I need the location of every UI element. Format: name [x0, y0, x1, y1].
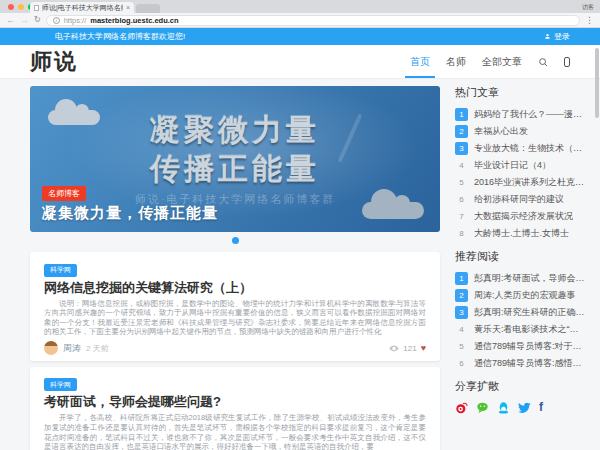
forward-icon[interactable]: → [20, 16, 29, 25]
rank-badge: 2 [455, 289, 468, 302]
hot-article-link: 大龄博士.土博士.女博士 [474, 227, 569, 240]
rank-number: 4 [455, 159, 468, 172]
rank-number: 7 [455, 210, 468, 223]
address-bar[interactable]: i https:// masterblog.uestc.edu.cn [46, 15, 580, 26]
author-avatar[interactable] [44, 341, 58, 355]
back-icon[interactable]: ← [6, 16, 15, 25]
carousel-dots [30, 237, 440, 244]
recommended-item[interactable]: 6通信789辅导员博客:感悟十九大，展望... [455, 355, 587, 372]
share-section: 分享扩散 f [455, 379, 587, 414]
recommended-link: 通信789辅导员博客:对于未来，我充满... [474, 340, 587, 353]
rank-number: 5 [455, 176, 468, 189]
rank-number: 6 [455, 357, 468, 370]
nav-masters[interactable]: 名师 [446, 45, 466, 78]
recommended-item[interactable]: 4黄乐天:看电影谈技术之“气态电路”简史... [455, 321, 587, 338]
banner-headline-line2: 传播正能量 [30, 149, 440, 188]
url-scheme: https:// [64, 16, 87, 25]
article-card: 科学网 网络信息挖掘的关键算法研究（上） 说明：网络信息挖掘，或称图挖掘，是数学… [30, 252, 440, 361]
article-meta: 周涛 2 天前 121 ♥ [44, 341, 426, 356]
hot-article-item[interactable]: 1妈妈给了我什么？——漫谈儿童教育 [455, 106, 587, 123]
page-scrollbar[interactable] [595, 48, 599, 118]
hot-article-item[interactable]: 4毕业设计日记（4） [455, 157, 587, 174]
browser-tab[interactable]: 师说|电子科技大学网络名师… × [30, 2, 134, 13]
rank-number: 6 [455, 193, 468, 206]
recommended-item[interactable]: 2周涛:人类历史的宏观趣事 [455, 287, 587, 304]
page-content: 凝聚微力量 传播正能量 师说·电子科技大学网络名师博客群 名师博客 凝集微力量，… [0, 79, 600, 450]
views-icon [389, 345, 399, 352]
hot-article-link: 大数据揭示经济发展状况 [474, 210, 573, 223]
like-icon[interactable]: ♥ [421, 344, 426, 353]
mobile-version-icon[interactable] [564, 45, 570, 78]
refresh-icon[interactable]: ↻ [34, 16, 41, 24]
wechat-icon[interactable] [476, 401, 489, 414]
hot-article-link: 2016毕业演讲系列之杜克大学 [474, 176, 587, 189]
hot-article-item[interactable]: 7大数据揭示经济发展状况 [455, 208, 587, 225]
nav-home[interactable]: 首页 [410, 45, 430, 78]
recommended-link: 通信789辅导员博客:感悟十九大，展望... [474, 357, 587, 370]
recommended-link: 彭真明:研究生科研的正确打开方式 [474, 306, 587, 319]
article-card: 科学网 考研面试，导师会提哪些问题? 开学了，各高校、科研院所将正式启动2018… [30, 367, 440, 450]
site-logo[interactable]: 师说 [30, 47, 78, 77]
hot-article-link: 给初涉科研同学的建议 [474, 193, 564, 206]
hero-carousel[interactable]: 凝聚微力量 传播正能量 师说·电子科技大学网络名师博客群 名师博客 凝集微力量，… [30, 86, 440, 232]
site-header: 师说 首页 名师 全部文章 [0, 45, 600, 79]
url-host: masterblog.uestc.edu.cn [90, 16, 178, 25]
weibo-icon[interactable] [455, 401, 468, 414]
page-favicon-icon [34, 5, 39, 11]
banner-category-badge: 名师博客 [42, 186, 86, 201]
recommended-section: 推荐阅读 1彭真明:考研面试，导师会提哪些问题? 2周涛:人类历史的宏观趣事 3… [455, 249, 587, 372]
browser-menu-icon[interactable]: ⋮ [585, 16, 594, 25]
close-window-button[interactable] [8, 4, 14, 10]
banner-headline: 凝聚微力量 传播正能量 [30, 110, 440, 188]
rank-badge: 3 [455, 142, 468, 155]
welcome-bar: 电子科技大学网络名师博客群欢迎您! 登录 [0, 28, 600, 45]
browser-profile-label[interactable]: 访客 [582, 3, 594, 12]
rank-number: 5 [455, 340, 468, 353]
views-count: 121 [403, 344, 416, 353]
hot-articles-section: 热门文章 1妈妈给了我什么？——漫谈儿童教育 2幸福从心出发 3专业放大镜：生物… [455, 85, 587, 242]
hot-article-item[interactable]: 8大龄博士.土博士.女博士 [455, 225, 587, 242]
hot-article-link: 毕业设计日记（4） [474, 159, 551, 172]
rank-number: 8 [455, 227, 468, 240]
twitter-icon[interactable] [518, 401, 531, 414]
rank-badge: 1 [455, 272, 468, 285]
new-tab-stub[interactable] [136, 4, 160, 13]
hot-article-item[interactable]: 3专业放大镜：生物技术（生物-信息复... [455, 140, 587, 157]
hot-article-item[interactable]: 52016毕业演讲系列之杜克大学 [455, 174, 587, 191]
search-icon[interactable] [538, 45, 548, 78]
qq-icon[interactable] [497, 401, 510, 414]
recommended-list: 1彭真明:考研面试，导师会提哪些问题? 2周涛:人类历史的宏观趣事 3彭真明:研… [455, 270, 587, 372]
browser-window: 师说|电子科技大学网络名师… × 访客 ← → ↻ i https:// mas… [0, 0, 600, 450]
article-source-badge[interactable]: 科学网 [44, 378, 77, 391]
banner-caption: 凝集微力量，传播正能量 [42, 204, 218, 223]
tab-close-icon[interactable]: × [126, 4, 130, 11]
site-info-icon[interactable]: i [53, 17, 60, 24]
rank-badge: 1 [455, 108, 468, 121]
login-label: 登录 [554, 31, 570, 42]
browser-tabbar: 师说|电子科技大学网络名师… × 访客 [0, 0, 600, 13]
nav-all-articles[interactable]: 全部文章 [482, 45, 522, 78]
recommended-item[interactable]: 1彭真明:考研面试，导师会提哪些问题? [455, 270, 587, 287]
banner-headline-line1: 凝聚微力量 [30, 110, 440, 149]
facebook-icon[interactable]: f [539, 401, 543, 414]
recommended-item[interactable]: 3彭真明:研究生科研的正确打开方式 [455, 304, 587, 321]
post-time: 2 天前 [86, 343, 109, 354]
hot-article-item[interactable]: 2幸福从心出发 [455, 123, 587, 140]
share-title: 分享扩散 [455, 379, 587, 394]
minimize-window-button[interactable] [18, 4, 24, 10]
article-title[interactable]: 网络信息挖掘的关键算法研究（上） [44, 280, 426, 295]
carousel-dot-active[interactable] [232, 237, 239, 244]
hot-articles-list: 1妈妈给了我什么？——漫谈儿童教育 2幸福从心出发 3专业放大镜：生物技术（生物… [455, 106, 587, 242]
article-title[interactable]: 考研面试，导师会提哪些问题? [44, 394, 426, 409]
author-name[interactable]: 周涛 [63, 342, 81, 355]
article-source-badge[interactable]: 科学网 [44, 264, 77, 277]
login-button[interactable]: 登录 [544, 31, 570, 42]
user-icon [544, 33, 551, 40]
recommended-title: 推荐阅读 [455, 249, 587, 264]
recommended-item[interactable]: 5通信789辅导员博客:对于未来，我充满... [455, 338, 587, 355]
share-icons: f [455, 401, 587, 414]
rank-badge: 3 [455, 306, 468, 319]
hot-article-link: 妈妈给了我什么？——漫谈儿童教育 [474, 108, 587, 121]
hot-article-item[interactable]: 6给初涉科研同学的建议 [455, 191, 587, 208]
rank-number: 4 [455, 323, 468, 336]
